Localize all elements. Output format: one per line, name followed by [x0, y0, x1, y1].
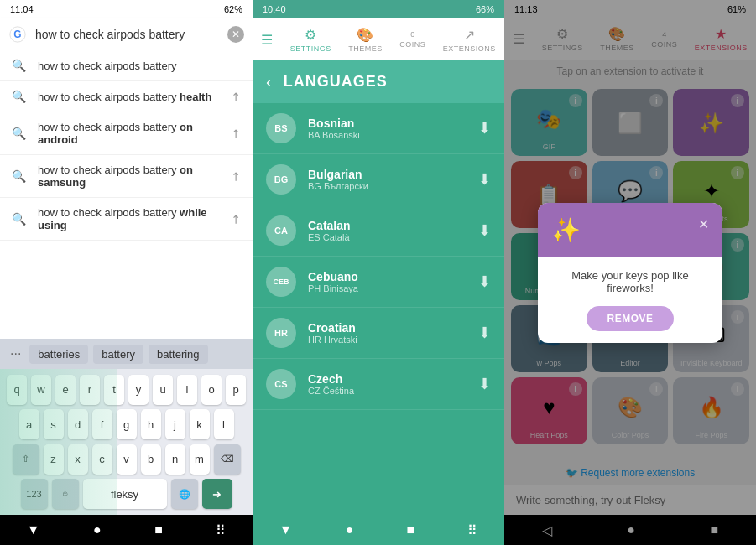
key-shift[interactable]: ⇧ — [13, 444, 39, 475]
key-backspace[interactable]: ⌫ — [214, 444, 241, 475]
list-item[interactable]: 🔍 how to check airpods battery — [0, 50, 253, 81]
key-q[interactable]: q — [7, 375, 27, 405]
key-o[interactable]: o — [201, 375, 222, 405]
list-item[interactable]: HR Croatian HR Hrvatski ⬇ — [253, 308, 504, 359]
key-row-1: q w e r t y u i o p — [3, 375, 249, 405]
lang-avatar-ceb: CEB — [266, 267, 296, 297]
toolbar-settings[interactable]: ⚙ SETTINGS — [284, 27, 338, 53]
suggestion-text: how to check airpods battery while using — [38, 206, 219, 231]
key-y[interactable]: y — [128, 375, 149, 405]
list-item[interactable]: BS Bosnian BA Bosanski ⬇ — [253, 103, 504, 154]
list-item[interactable]: CA Catalan ES Català ⬇ — [253, 205, 504, 257]
key-t[interactable]: t — [104, 375, 124, 405]
back-button[interactable]: ‹ — [266, 72, 272, 91]
toolbar-coins[interactable]: 0 COINS — [393, 30, 432, 49]
download-icon[interactable]: ⬇ — [478, 170, 491, 189]
key-row-3: ⇧ z x c v b n m ⌫ — [3, 444, 249, 475]
list-item[interactable]: 🔍 how to check airpods battery on samsun… — [0, 155, 253, 198]
key-enter[interactable]: ➜ — [202, 479, 232, 509]
lang-sub: BA Bosanski — [308, 130, 467, 140]
nav-home-icon[interactable]: ● — [93, 522, 102, 537]
arrow-icon: ↗ — [227, 168, 244, 184]
key-s[interactable]: s — [44, 409, 64, 439]
nav-home-icon[interactable]: ● — [346, 522, 354, 537]
key-j[interactable]: j — [165, 409, 185, 439]
nav-back-icon[interactable]: ▼ — [279, 522, 293, 537]
download-icon[interactable]: ⬇ — [478, 375, 491, 393]
clear-search-button[interactable]: ✕ — [227, 26, 244, 43]
list-item[interactable]: CEB Cebuano PH Binisaya ⬇ — [253, 257, 504, 308]
key-u[interactable]: u — [153, 375, 173, 405]
word-suggestion-2[interactable]: battering — [149, 345, 208, 364]
key-e[interactable]: e — [55, 375, 76, 405]
dialog-close-button[interactable]: ✕ — [698, 216, 709, 232]
key-i[interactable]: i — [177, 375, 197, 405]
lang-sub: HR Hrvatski — [308, 335, 467, 345]
nav-back-icon[interactable]: ▼ — [27, 522, 40, 537]
toolbar-extensions[interactable]: ↗ EXTENSIONS — [436, 27, 503, 53]
coins-label: COINS — [399, 40, 425, 49]
key-r[interactable]: r — [80, 375, 100, 405]
lang-info-ceb: Cebuano PH Binisaya — [308, 270, 467, 293]
arrow-icon: ↗ — [227, 88, 244, 105]
nav-keyboard-icon[interactable]: ⠿ — [216, 522, 226, 538]
download-icon[interactable]: ⬇ — [478, 272, 491, 291]
lang-avatar-bg: BG — [266, 164, 296, 195]
list-item[interactable]: CS Czech CZ Čeština ⬇ — [253, 359, 504, 410]
word-suggestions: ··· batteries battery battering — [0, 339, 253, 369]
suggestions-list: 🔍 how to check airpods battery 🔍 how to … — [0, 50, 253, 339]
list-item[interactable]: 🔍 how to check airpods battery health ↗ — [0, 81, 253, 112]
key-f[interactable]: f — [92, 409, 112, 439]
list-item[interactable]: 🔍 how to check airpods battery while usi… — [0, 198, 253, 241]
key-n[interactable]: n — [165, 444, 185, 475]
list-item[interactable]: BG Bulgarian BG Български ⬇ — [253, 154, 504, 205]
lang-name: Cebuano — [308, 270, 467, 283]
toolbar-hamburger[interactable]: ☰ — [254, 32, 279, 48]
battery-2: 66% — [476, 4, 494, 14]
lang-avatar-cs: CS — [266, 369, 296, 399]
download-icon[interactable]: ⬇ — [478, 324, 491, 342]
nav-recent-icon[interactable]: ■ — [407, 522, 415, 537]
key-x[interactable]: x — [68, 444, 88, 475]
remove-button[interactable]: REMOVE — [587, 306, 673, 331]
nav-keyboard-icon[interactable]: ⠿ — [467, 522, 477, 538]
key-a[interactable]: a — [19, 409, 39, 439]
status-bar-2: 10:40 66% — [253, 0, 504, 18]
languages-overlay: ‹ LANGUAGES BS Bosnian BA Bosanski ⬇ BG … — [253, 60, 504, 545]
download-icon[interactable]: ⬇ — [478, 119, 491, 138]
word-suggestion-0[interactable]: batteries — [29, 345, 88, 364]
key-d[interactable]: d — [68, 409, 88, 439]
dialog-text: Make your keys pop like fireworks! — [551, 269, 709, 294]
lang-avatar-hr: HR — [266, 318, 296, 348]
key-g[interactable]: g — [117, 409, 137, 439]
key-z[interactable]: z — [44, 444, 64, 475]
key-w[interactable]: w — [31, 375, 51, 405]
key-k[interactable]: k — [190, 409, 210, 439]
panel-google-search: 11:04 62% G ✕ 🔍 how to check airpods bat… — [0, 0, 253, 545]
key-v[interactable]: v — [117, 444, 137, 475]
toolbar-themes[interactable]: 🎨 THEMES — [342, 27, 389, 53]
nav-bar-1: ▼ ● ■ ⠿ — [0, 515, 253, 545]
languages-title: LANGUAGES — [284, 73, 388, 91]
key-m[interactable]: m — [190, 444, 210, 475]
key-row-2: a s d f g h j k l — [3, 409, 249, 439]
key-h[interactable]: h — [141, 409, 161, 439]
search-input[interactable] — [35, 28, 219, 41]
key-lang[interactable]: 🌐 — [171, 479, 198, 509]
key-b[interactable]: b — [141, 444, 161, 475]
download-icon[interactable]: ⬇ — [478, 221, 491, 240]
dots-button[interactable]: ··· — [7, 346, 24, 361]
status-icons-1: 62% — [224, 4, 242, 14]
key-p[interactable]: p — [226, 375, 246, 405]
word-suggestion-1[interactable]: battery — [93, 345, 143, 364]
key-l[interactable]: l — [214, 409, 234, 439]
key-123[interactable]: 123 — [21, 479, 48, 509]
key-c[interactable]: c — [92, 444, 112, 475]
list-item[interactable]: 🔍 how to check airpods battery on androi… — [0, 112, 253, 155]
key-space[interactable]: fleksy — [83, 479, 167, 509]
key-emoji[interactable]: ☺ — [52, 479, 79, 509]
nav-recent-icon[interactable]: ■ — [154, 522, 163, 537]
battery-1: 62% — [224, 4, 242, 14]
languages-list: BS Bosnian BA Bosanski ⬇ BG Bulgarian BG… — [253, 103, 504, 515]
suggestion-text: how to check airpods battery — [38, 60, 241, 72]
